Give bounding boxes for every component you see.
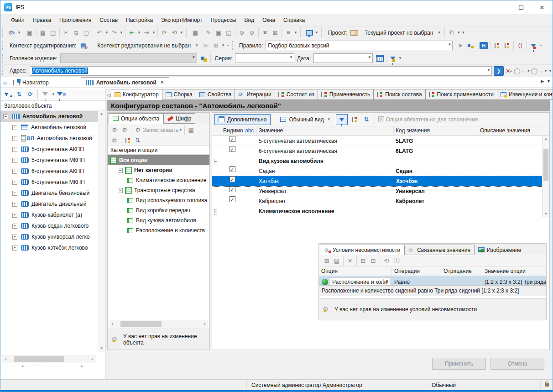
sync-dropdown[interactable]: ▼ — [179, 28, 184, 38]
edit-document-icon[interactable]: ✎ — [203, 28, 214, 38]
value-row[interactable]: ✓УниверсалУниверсал — [212, 186, 542, 196]
expand-toggle-icon[interactable]: − — [214, 159, 217, 164]
tab-incompatibility-conditions[interactable]: ⚙ Условия несовместимости — [320, 245, 404, 255]
borrow-icon[interactable]: ⚙ — [133, 125, 143, 135]
value-row[interactable]: ✓6-ступенчатая автоматическая6LATG — [212, 146, 542, 156]
sort-filter-icon[interactable]: ▼▲ — [3, 89, 13, 99]
tree-item[interactable]: +5-ступенчатая МКПП — [0, 155, 98, 166]
view-mode-button[interactable]: Обычный вид ▼ — [277, 114, 334, 125]
toolbar-grip[interactable] — [2, 54, 5, 63]
tree-item[interactable]: −Автомобиль легковой — [0, 111, 98, 122]
toolbar-grip[interactable] — [186, 28, 188, 37]
visible-checkbox-cell[interactable]: ✓ — [221, 196, 243, 206]
insert-to-list-dropdown[interactable]: ▼ — [137, 28, 141, 38]
undo-dropdown[interactable]: ▼ — [104, 28, 109, 38]
tree-item[interactable]: +ВПАвтомобиль легковой — [0, 133, 98, 144]
expand-toggle-icon[interactable]: + — [12, 202, 17, 207]
expand-tree-icon[interactable] — [492, 41, 502, 51]
visible-checkbox-cell[interactable]: ✓ — [221, 186, 243, 196]
borrow-dropdown[interactable]: ▼ — [178, 125, 183, 135]
save-document-icon[interactable]: ▣ — [214, 28, 224, 38]
tree-item[interactable]: +Кузов-универсал легко — [0, 231, 98, 242]
context-doc-icon[interactable]: ▤⊘ — [79, 41, 89, 51]
structure-node-icon[interactable] — [465, 41, 475, 51]
expand-toggle-icon[interactable]: + — [12, 158, 17, 163]
cfg-tab-scroll-left-icon[interactable]: ◁ — [107, 90, 111, 100]
filter-icon[interactable] — [40, 89, 50, 99]
project-actions-dropdown[interactable]: ▼ — [456, 28, 461, 38]
history-icon[interactable]: H — [479, 41, 489, 51]
move-from-list-dropdown[interactable]: ▼ — [151, 28, 156, 38]
condition-value[interactable]: [1:2 x 2:3 x 3:2] Три ряда сидений [1:2.… — [482, 279, 546, 285]
add-category-icon[interactable]: ⚙ — [120, 125, 130, 135]
cancel-checkout-icon[interactable]: ⊘ — [247, 28, 257, 38]
visible-checkbox-cell[interactable]: ✓ — [221, 166, 243, 176]
option-tree-item[interactable]: Вид коробки передач — [108, 205, 209, 215]
context-overflow-chevron[interactable]: » — [225, 41, 230, 51]
tab-состоит-из[interactable]: Состоит из — [275, 89, 318, 100]
calendar-icon[interactable] — [375, 53, 385, 63]
value-row[interactable]: ✓ХэтчбэкХэтчбэк — [212, 176, 542, 186]
delete-version-icon[interactable]: ⊠ — [270, 28, 280, 38]
menu-item[interactable]: Окна — [258, 15, 279, 25]
add-option-icon[interactable]: ⚙ — [110, 125, 120, 135]
filter-settings-icon[interactable]: ≡ — [57, 89, 67, 99]
tree-item[interactable]: +6-ступенчатая МКПП — [0, 177, 98, 188]
menu-item[interactable]: Правка — [29, 15, 56, 25]
tab-конфигуратор[interactable]: Конфигуратор — [111, 89, 162, 100]
expand-toggle-icon[interactable]: + — [12, 169, 17, 174]
values-tree-icon[interactable] — [350, 115, 360, 125]
project-actions-icon[interactable]: ⎗ — [446, 28, 456, 38]
apply-button[interactable]: Применить — [432, 358, 486, 370]
new-object-dropdown[interactable]: ▼ — [17, 28, 21, 38]
select-product-icon[interactable] — [199, 53, 209, 63]
tree-item[interactable]: +Двигатель дизельный — [0, 199, 98, 209]
tree-item[interactable]: +Кузов-седан легкового — [0, 220, 98, 231]
project-combobox[interactable]: Текущий проект не выбран ▼ — [363, 28, 443, 38]
open-window-icon[interactable]: ⧉ — [110, 136, 120, 146]
properties-form-icon[interactable]: ▦ — [190, 28, 200, 38]
composition-icon[interactable]: ⟨⟩ — [515, 41, 525, 51]
refresh-icon[interactable]: ⟳ — [159, 28, 169, 38]
tab-scroll-left-icon[interactable]: ◁ — [0, 78, 9, 88]
group-and-icon[interactable]: ⊟ — [358, 256, 368, 266]
expand-toggle-icon[interactable]: + — [12, 191, 17, 196]
checkbox-icon[interactable]: ✓ — [230, 186, 235, 192]
expand-toggle-icon[interactable]: − — [3, 114, 8, 119]
option-properties-icon[interactable]: ▦ — [186, 125, 196, 135]
move-from-list-icon[interactable]: ⇥ — [141, 28, 151, 38]
tab-применяемость[interactable]: Применяемость — [318, 89, 374, 100]
tree-item[interactable]: +5-ступенчатая АКПП — [0, 144, 98, 155]
undo-icon[interactable]: ↶ — [94, 28, 104, 38]
cut-icon[interactable]: ✂ — [61, 28, 71, 38]
tree-item[interactable]: +Кузов-кабриолет (а) — [0, 209, 98, 220]
tree-view-icon[interactable] — [123, 136, 133, 146]
pointer-icon[interactable]: ➤ — [455, 41, 465, 51]
col-code[interactable]: Код значения — [394, 126, 478, 135]
delete-icon[interactable]: ✕ — [260, 28, 270, 38]
toolbar-grip[interactable] — [2, 66, 5, 75]
back-dropdown[interactable]: ▼ — [526, 66, 531, 76]
option-tree-item[interactable]: Вид кузова автомобиля — [108, 215, 209, 225]
tab-cipher[interactable]: Шифр — [163, 113, 195, 124]
menu-item[interactable]: Справка — [279, 15, 309, 25]
rule-combobox[interactable]: Подбор базовых версий ▼ — [266, 41, 453, 50]
value-row[interactable]: ✓КабриолетКабриолет — [212, 196, 542, 206]
context-list-dropdown[interactable]: ▼ — [221, 41, 225, 51]
expand-levels-icon[interactable]: ⇅ — [133, 136, 143, 146]
option-tree-item[interactable]: −Нет категории — [108, 165, 209, 175]
visible-checkbox-cell[interactable]: ✓ — [221, 136, 243, 146]
new-object-button[interactable]: ⚙✎ — [7, 28, 17, 38]
panel-splitter-handle[interactable]: ▲ ·························· ▲ — [0, 363, 105, 368]
add-condition-icon[interactable]: ⊞ — [322, 256, 332, 266]
checkbox-icon[interactable]: ✓ — [230, 196, 235, 202]
tree-item[interactable]: +Двигатель бензиновый — [0, 188, 98, 199]
visible-checkbox-cell[interactable]: ✓ — [221, 146, 243, 156]
menu-item[interactable]: Файл — [7, 15, 29, 25]
copy-icon[interactable]: ⧉ — [71, 28, 81, 38]
option-tree-item[interactable]: Расположение и количеств — [108, 225, 209, 235]
check-conditions-icon[interactable]: ⟲ — [381, 256, 391, 266]
expand-toggle-icon[interactable]: + — [12, 180, 17, 185]
toolbar-overflow-dropdown[interactable]: ▼ — [461, 28, 465, 38]
expand-toggle-icon[interactable]: − — [118, 168, 123, 173]
